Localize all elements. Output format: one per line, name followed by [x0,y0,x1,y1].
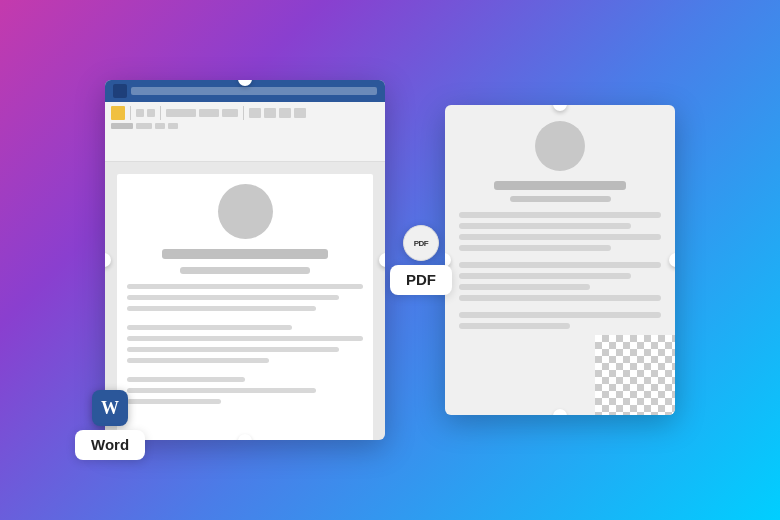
doc-line-5 [127,336,363,341]
pdf-label: PDF [406,271,436,288]
ribbon-separator [130,106,131,120]
doc-line-3 [127,306,316,311]
doc-name-line [162,249,327,259]
ribbon-row-1 [111,106,379,120]
ribbon-separator-3 [243,106,244,120]
doc-line-7 [127,358,269,363]
pdf-badge-icon: PDF [403,225,439,261]
ribbon-sub-btn-2 [168,123,178,129]
pdf-line-4 [459,245,611,251]
doc-line-4 [127,325,292,330]
dot-top-pdf [553,105,567,111]
doc-line-9 [127,388,316,393]
word-label: Word [91,436,129,453]
pdf-line-8 [459,295,661,301]
main-content: W Word [0,0,780,520]
pdf-sub-line [510,196,611,202]
dot-left-word [105,253,111,267]
pdf-badge-wrapper: PDF PDF [390,225,452,295]
ribbon-btn-check [147,109,155,117]
word-window [105,80,385,440]
pdf-line-9 [459,312,661,318]
word-badge-wrapper: W Word [75,390,145,460]
doc-line-1 [127,284,363,289]
word-side: W Word [105,80,385,440]
pdf-avatar [535,121,585,171]
doc-line-8 [127,377,245,382]
ribbon-btn-list1 [249,108,261,118]
pdf-label-box: PDF [390,265,452,295]
doc-spacer-2 [127,369,363,377]
pdf-line-2 [459,223,631,229]
doc-spacer-1 [127,317,363,325]
ribbon-text-2 [199,109,219,117]
ribbon-text-1 [166,109,196,117]
pdf-line-6 [459,273,631,279]
ribbon-btn-x [136,109,144,117]
doc-avatar [218,184,273,239]
word-label-box: Word [75,430,145,460]
ribbon-sub-text-2 [136,123,152,129]
dot-right-pdf [669,253,675,267]
ribbon-sub-btn-1 [155,123,165,129]
ribbon-btn-list4 [294,108,306,118]
ribbon-text-3 [222,109,238,117]
pdf-line-7 [459,284,590,290]
doc-subtitle-line [180,267,310,274]
ribbon-btn-list3 [279,108,291,118]
dot-bottom-pdf [553,409,567,415]
ribbon-icon-yellow [111,106,125,120]
dot-right-word [379,253,385,267]
ribbon-btn-list2 [264,108,276,118]
pdf-side: PDF PDF [445,105,675,415]
ribbon-separator-2 [160,106,161,120]
pdf-window [445,105,675,415]
ribbon-sub-text-1 [111,123,133,129]
word-badge-icon: W [92,390,128,426]
word-ribbon [105,102,385,162]
word-titlebar-bar [131,87,377,95]
doc-line-2 [127,295,339,300]
pdf-line-10 [459,323,570,329]
pdf-checker-overlay [595,335,675,415]
pdf-line-5 [459,262,661,268]
pdf-line-1 [459,212,661,218]
doc-line-6 [127,347,339,352]
pdf-line-3 [459,234,661,240]
word-titlebar-icon [113,84,127,98]
pdf-name-line [494,181,625,190]
word-document-body [117,174,373,440]
ribbon-row-2 [111,123,379,129]
